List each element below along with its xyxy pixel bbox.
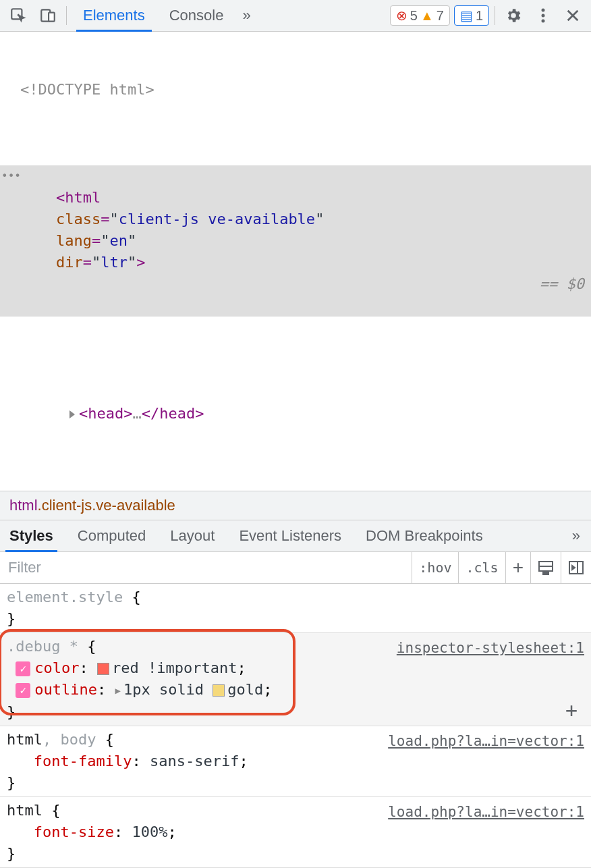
css-property[interactable]: font-family bbox=[34, 753, 132, 769]
style-rule[interactable]: load.php?la…in=vector:1 html { font-size… bbox=[0, 797, 591, 868]
issues-badge[interactable]: ▤ 1 bbox=[454, 5, 489, 26]
toolbar-divider bbox=[66, 6, 67, 25]
color-swatch[interactable] bbox=[213, 684, 225, 697]
expand-icon[interactable]: ▶ bbox=[115, 685, 120, 696]
css-value[interactable]: 1px solid bbox=[123, 681, 213, 698]
tab-elements[interactable]: Elements bbox=[71, 0, 157, 31]
inspect-icon[interactable] bbox=[4, 1, 32, 30]
dom-tree[interactable]: <!DOCTYPE html> <html class="client-js v… bbox=[0, 32, 591, 491]
breadcrumb-tag: html bbox=[9, 497, 38, 514]
gear-icon[interactable] bbox=[499, 1, 528, 30]
tab-console[interactable]: Console bbox=[157, 0, 236, 31]
error-count: 5 bbox=[410, 8, 418, 24]
computed-toggle-icon[interactable] bbox=[530, 552, 561, 583]
rule-selector[interactable]: .debug * bbox=[7, 638, 78, 655]
toolbar-divider bbox=[495, 6, 495, 25]
close-icon[interactable] bbox=[559, 1, 587, 30]
rule-selector[interactable]: element.style bbox=[7, 589, 123, 605]
breadcrumb[interactable]: html.client-js.ve-available bbox=[0, 491, 591, 520]
svg-point-5 bbox=[542, 20, 545, 23]
hov-button[interactable]: :hov bbox=[412, 552, 458, 583]
dom-doctype[interactable]: <!DOCTYPE html> bbox=[0, 79, 591, 101]
dom-html-element[interactable]: <html class="client-js ve-available" lan… bbox=[0, 165, 591, 317]
dom-head-element[interactable]: <head>…</head> bbox=[0, 381, 591, 446]
console-badge[interactable]: ⊗5 ▲7 bbox=[390, 5, 450, 26]
style-rule[interactable]: element.style {} bbox=[0, 584, 591, 633]
tab-layout[interactable]: Layout bbox=[166, 520, 219, 551]
rule-source-link[interactable]: load.php?la…in=vector:1 bbox=[388, 801, 584, 823]
main-tabs: Elements Console bbox=[71, 0, 235, 31]
device-toggle-icon[interactable] bbox=[34, 1, 62, 30]
sidebar-toggle-icon[interactable] bbox=[561, 552, 591, 583]
svg-rect-2 bbox=[49, 13, 55, 22]
cls-button[interactable]: .cls bbox=[458, 552, 505, 583]
issues-count: 1 bbox=[476, 8, 483, 24]
breadcrumb-classes: .client-js.ve-available bbox=[38, 497, 175, 514]
issues-icon: ▤ bbox=[460, 7, 473, 24]
styles-filter-input[interactable] bbox=[0, 552, 412, 583]
rule-source-link[interactable]: load.php?la…in=vector:1 bbox=[388, 730, 584, 752]
styles-filter-bar: :hov .cls + bbox=[0, 552, 591, 584]
dollar-zero-hint: == $0 bbox=[540, 273, 584, 295]
tab-computed[interactable]: Computed bbox=[74, 520, 150, 551]
styles-panel: element.style {} inspector-stylesheet:1 … bbox=[0, 584, 591, 868]
css-property[interactable]: color bbox=[34, 659, 79, 676]
property-checkbox[interactable]: ✓ bbox=[16, 683, 30, 698]
tab-styles[interactable]: Styles bbox=[5, 520, 57, 551]
rule-selector[interactable]: html bbox=[7, 802, 43, 819]
new-rule-button[interactable]: + bbox=[505, 552, 530, 583]
css-value[interactable]: red !important bbox=[112, 659, 237, 676]
style-rule[interactable]: load.php?la…in=vector:1 html, body { fon… bbox=[0, 726, 591, 797]
devtools-toolbar: Elements Console » ⊗5 ▲7 ▤ 1 bbox=[0, 0, 591, 32]
more-subtabs-icon[interactable]: » bbox=[567, 527, 586, 545]
more-tabs-icon[interactable]: » bbox=[237, 7, 256, 24]
css-property[interactable]: font-size bbox=[34, 823, 114, 840]
style-rule-debug[interactable]: inspector-stylesheet:1 .debug * { ✓color… bbox=[0, 633, 591, 726]
css-value[interactable]: sans-serif bbox=[150, 753, 239, 769]
rule-source-link[interactable]: inspector-stylesheet:1 bbox=[397, 637, 584, 659]
caret-icon[interactable] bbox=[69, 410, 75, 418]
rule-selector[interactable]: html bbox=[7, 731, 43, 748]
error-icon: ⊗ bbox=[396, 7, 407, 24]
warning-icon: ▲ bbox=[420, 8, 434, 24]
css-property[interactable]: outline bbox=[34, 681, 97, 698]
svg-point-4 bbox=[542, 14, 545, 18]
color-swatch[interactable] bbox=[97, 663, 109, 675]
kebab-icon[interactable] bbox=[529, 1, 557, 30]
svg-point-3 bbox=[542, 9, 545, 12]
add-property-button[interactable]: + bbox=[565, 700, 578, 722]
css-value[interactable]: 100% bbox=[132, 823, 167, 840]
tab-eventlisteners[interactable]: Event Listeners bbox=[235, 520, 345, 551]
property-checkbox[interactable]: ✓ bbox=[16, 661, 30, 676]
tab-dombreakpoints[interactable]: DOM Breakpoints bbox=[362, 520, 487, 551]
warning-count: 7 bbox=[437, 8, 444, 24]
svg-rect-7 bbox=[543, 572, 548, 574]
styles-tabs: Styles Computed Layout Event Listeners D… bbox=[0, 520, 591, 552]
